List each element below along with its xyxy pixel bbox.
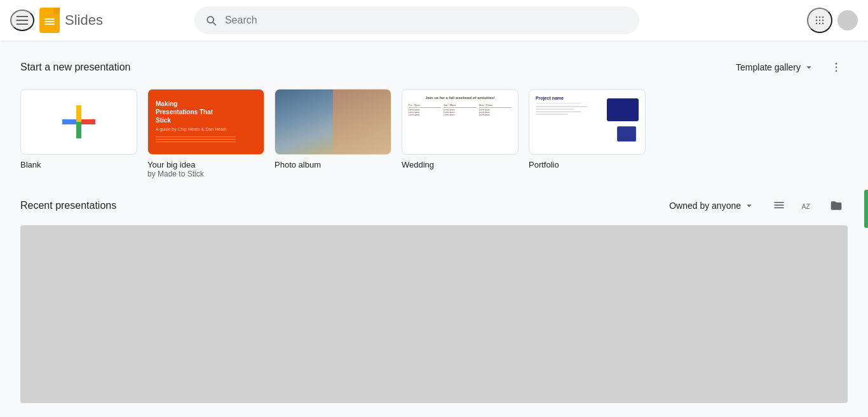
- svg-point-1: [819, 17, 821, 18]
- svg-rect-13: [775, 204, 784, 206]
- svg-point-2: [822, 17, 824, 18]
- recent-presentations-grid: [20, 225, 848, 403]
- app-name: Slides: [65, 12, 103, 29]
- template-gallery-controls: Template gallery: [728, 56, 848, 79]
- scrollbar-indicator[interactable]: [864, 190, 868, 228]
- big-idea-template-label: Your big idea: [147, 160, 264, 169]
- template-card-blank[interactable]: Blank: [20, 89, 137, 178]
- portfolio-line-1: [536, 106, 588, 107]
- big-idea-decorative-lines: [156, 136, 256, 144]
- svg-point-11: [836, 70, 837, 72]
- search-bar: [194, 6, 639, 34]
- portfolio-line-3: [536, 111, 581, 112]
- owned-by-chevron-icon: [743, 200, 755, 211]
- portfolio-template-label: Portfolio: [529, 160, 646, 169]
- template-card-photo-album[interactable]: Photo album: [275, 89, 391, 178]
- wedding-col-2: Sat · Main Lorem ipsumLorem ipsumLorem i…: [444, 103, 476, 117]
- wedding-col-3: Sun · Close Lorem ipsumLorem ipsumLorem …: [479, 103, 512, 117]
- grid-dots-icon: [813, 14, 826, 27]
- wedding-col3-header: Sun · Close: [479, 103, 512, 108]
- slides-logo-icon: [39, 8, 60, 33]
- wedding-col2-header: Sat · Main: [444, 103, 476, 108]
- user-avatar[interactable]: [837, 10, 858, 30]
- owned-by-label: Owned by anyone: [669, 201, 741, 211]
- slides-icon-lines: [44, 18, 55, 25]
- more-options-button[interactable]: [825, 56, 848, 79]
- nav-right-controls: [807, 8, 858, 33]
- big-idea-title-text: MakingPresentations ThatStick: [156, 100, 213, 124]
- svg-point-9: [836, 63, 837, 65]
- wedding-col1-header: Fri · Open: [409, 103, 441, 108]
- owned-by-button[interactable]: Owned by anyone: [661, 195, 763, 216]
- portfolio-line-2: [536, 109, 574, 110]
- folder-view-button[interactable]: [825, 194, 848, 217]
- search-input[interactable]: [225, 15, 629, 26]
- portfolio-text-side: Project name: [536, 96, 600, 115]
- blank-template-label: Blank: [20, 160, 137, 169]
- template-header: Start a new presentation Template galler…: [20, 56, 848, 79]
- svg-point-3: [816, 20, 818, 22]
- wedding-col-1: Fri · Open Lorem ipsumLorem ipsumLorem i…: [409, 103, 441, 117]
- template-card-portfolio[interactable]: Project name Portfolio: [529, 89, 646, 178]
- recent-header: Recent presentations Owned by anyone AZ: [20, 194, 848, 218]
- svg-point-4: [819, 20, 821, 22]
- expand-icon: [803, 62, 815, 73]
- svg-point-8: [822, 23, 824, 25]
- template-gallery-button[interactable]: Template gallery: [728, 56, 822, 78]
- wedding-col1-text: Lorem ipsumLorem ipsumLorem ipsum: [409, 109, 441, 117]
- portfolio-project-name: Project name: [536, 96, 600, 100]
- portfolio-lines: [536, 106, 600, 115]
- template-gallery-label: Template gallery: [736, 62, 801, 72]
- wedding-template-thumbnail: Join us for a fall weekend of activities…: [402, 89, 519, 155]
- svg-point-6: [816, 23, 818, 25]
- template-section: Start a new presentation Template galler…: [20, 56, 848, 178]
- wedding-header: Join us for a fall weekend of activities…: [409, 96, 512, 100]
- templates-row: Blank MakingPresentations ThatStick A gu…: [20, 89, 848, 178]
- wedding-content-grid: Fri · Open Lorem ipsumLorem ipsumLorem i…: [409, 103, 512, 117]
- hamburger-menu[interactable]: [10, 10, 34, 31]
- plus-icon: [62, 105, 95, 138]
- list-view-icon: [773, 199, 785, 212]
- photo-cell-2: [333, 89, 391, 155]
- svg-point-10: [836, 67, 837, 69]
- list-view-button[interactable]: [768, 194, 790, 217]
- wedding-col3-text: Lorem ipsumLorem ipsumLorem ipsum: [479, 109, 512, 117]
- portfolio-monitor-icon: [607, 98, 639, 121]
- big-idea-template-sublabel: by Made to Stick: [147, 169, 264, 178]
- portfolio-devices: [603, 96, 639, 147]
- svg-text:AZ: AZ: [802, 203, 810, 210]
- apps-grid-button[interactable]: [807, 8, 832, 33]
- sort-az-button[interactable]: AZ: [796, 194, 820, 218]
- svg-point-5: [822, 20, 824, 22]
- recent-presentations-label: Recent presentations: [20, 200, 116, 211]
- portfolio-line-4: [536, 114, 568, 115]
- photo-album-template-label: Photo album: [275, 160, 391, 169]
- recent-controls: Owned by anyone AZ: [661, 194, 848, 218]
- recent-section: Recent presentations Owned by anyone AZ: [20, 194, 848, 403]
- svg-rect-12: [775, 202, 784, 203]
- portfolio-tablet-icon: [617, 126, 636, 142]
- svg-point-7: [819, 23, 821, 25]
- big-idea-template-thumbnail: MakingPresentations ThatStick A guide by…: [147, 89, 264, 155]
- template-card-big-idea[interactable]: MakingPresentations ThatStick A guide by…: [147, 89, 264, 178]
- folder-icon: [830, 199, 843, 212]
- top-navigation: Slides: [0, 0, 868, 41]
- sort-az-icon: AZ: [801, 199, 815, 213]
- main-content: Start a new presentation Template galler…: [0, 41, 868, 417]
- wedding-col2-text: Lorem ipsumLorem ipsumLorem ipsum: [444, 109, 476, 117]
- photo-cell-1: [275, 89, 333, 155]
- portfolio-template-thumbnail: Project name: [529, 89, 646, 155]
- svg-point-0: [816, 17, 818, 18]
- wedding-template-label: Wedding: [402, 160, 519, 169]
- more-vert-icon: [830, 61, 843, 74]
- logo-area: Slides: [39, 8, 103, 33]
- search-icon: [205, 14, 217, 27]
- big-idea-subtitle: A guide by Chip Heath & Dan Heath: [156, 127, 227, 131]
- blank-template-thumbnail: [20, 89, 137, 155]
- start-new-label: Start a new presentation: [20, 62, 130, 73]
- portfolio-divider: [536, 103, 581, 103]
- svg-rect-14: [775, 208, 784, 209]
- photo-album-template-thumbnail: [275, 89, 391, 155]
- template-card-wedding[interactable]: Join us for a fall weekend of activities…: [402, 89, 519, 178]
